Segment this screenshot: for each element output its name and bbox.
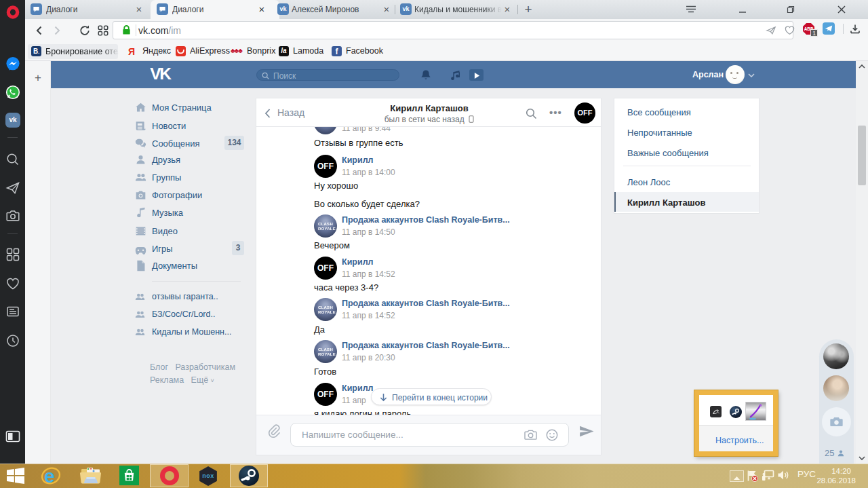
- svg-text:e: e: [44, 466, 55, 486]
- svg-text:VK: VK: [150, 66, 172, 83]
